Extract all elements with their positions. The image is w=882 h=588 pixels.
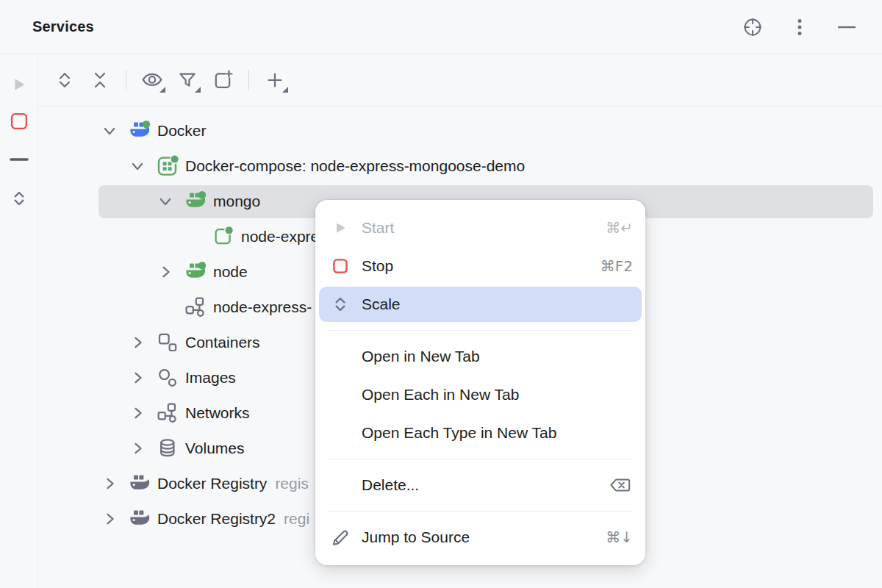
pencil-icon <box>329 526 351 548</box>
more-options-button[interactable] <box>785 12 814 42</box>
toolwindow-header: Services <box>0 0 882 54</box>
menu-icon-spacer <box>329 474 351 496</box>
expand-all-button[interactable] <box>50 65 79 95</box>
tree-label: Containers <box>185 334 260 351</box>
toolbar-separator <box>126 70 126 90</box>
tree-label: node-express- <box>213 298 312 316</box>
docker-whale-icon <box>128 507 151 531</box>
menu-item-label: Open in New Tab <box>362 348 633 365</box>
chevron-down-icon[interactable] <box>154 190 176 212</box>
docker-whale-icon <box>184 260 207 284</box>
menu-item-open-each-type-new-tab[interactable]: Open Each Type in New Tab <box>319 415 642 451</box>
chevron-right-icon[interactable] <box>98 508 121 530</box>
images-icon <box>156 366 179 390</box>
toolbar-separator <box>248 70 249 90</box>
menu-shortcut: ⌘F2 <box>600 257 633 275</box>
network-icon <box>156 401 179 425</box>
menu-separator <box>328 511 633 512</box>
context-menu: Start⌘↵Stop⌘F2ScaleOpen in New TabOpen E… <box>315 200 645 565</box>
chevron-right-icon[interactable] <box>126 437 148 459</box>
hide-toolwindow-button[interactable] <box>832 12 861 42</box>
menu-item-start[interactable]: Start⌘↵ <box>319 210 642 245</box>
chevron-right-icon[interactable] <box>126 402 148 424</box>
menu-item-label: Scale <box>362 295 633 313</box>
volumes-icon <box>156 437 179 460</box>
collapse-all-icon <box>87 68 112 93</box>
menu-shortcut: ⌘↓ <box>606 528 633 546</box>
stop-icon <box>329 255 351 277</box>
minimize-icon <box>836 16 858 38</box>
menu-item-open-in-new-tab[interactable]: Open in New Tab <box>319 339 642 374</box>
services-toolbar <box>38 54 882 107</box>
dropdown-corner-icon <box>282 87 288 93</box>
tree-label: Docker Registry2 <box>157 510 276 528</box>
network-icon <box>184 295 207 319</box>
menu-item-jump-to-source[interactable]: Jump to Source⌘↓ <box>319 520 642 555</box>
menu-item-label: Jump to Source <box>362 528 591 546</box>
page-title: Services <box>32 18 94 35</box>
scale-icon <box>8 187 30 209</box>
docker-whale-icon <box>184 190 207 213</box>
docker-whale-icon <box>128 119 151 143</box>
menu-item-stop[interactable]: Stop⌘F2 <box>319 248 642 284</box>
tree-label: mongo <box>213 193 260 210</box>
toolbar-dash <box>4 145 34 174</box>
open-in-new-tab-button[interactable] <box>208 65 237 95</box>
toolwindow-header-actions <box>738 0 861 54</box>
chevron-right-icon[interactable] <box>126 367 148 389</box>
scale-service-button[interactable] <box>4 184 34 213</box>
dropdown-corner-icon <box>159 87 165 93</box>
tree-label: Docker <box>157 122 207 140</box>
menu-icon-spacer <box>329 345 351 368</box>
menu-item-label: Delete... <box>362 476 608 494</box>
play-icon <box>329 217 351 239</box>
tree-label: node-expres <box>241 228 327 245</box>
tree-secondary-label: regis <box>275 475 309 492</box>
tree-label: Networks <box>185 404 250 422</box>
stop-service-button[interactable] <box>4 107 34 136</box>
menu-item-delete[interactable]: Delete... <box>319 467 642 503</box>
new-tab-icon <box>210 68 235 93</box>
twisty-spacer <box>182 226 204 248</box>
add-service-button[interactable] <box>260 65 290 95</box>
twisty-spacer <box>154 296 176 318</box>
delete-key-icon <box>608 474 633 496</box>
menu-item-label: Start <box>362 219 591 237</box>
view-options-button[interactable] <box>137 65 167 95</box>
menu-item-scale[interactable]: Scale <box>319 287 642 322</box>
chevron-right-icon[interactable] <box>126 331 148 354</box>
dash-icon <box>8 148 30 171</box>
tree-label: Images <box>185 369 236 387</box>
tree-label: Docker Registry <box>157 475 267 492</box>
tree-label: node <box>213 263 248 281</box>
container-icon <box>212 225 235 248</box>
tree-row-docker-compose[interactable]: Docker-compose: node-express-mongoose-de… <box>38 148 882 184</box>
scale-icon <box>329 293 351 315</box>
run-service-button[interactable] <box>4 70 34 99</box>
dropdown-corner-icon <box>195 87 201 93</box>
menu-item-label: Open Each Type in New Tab <box>362 424 633 442</box>
menu-shortcut: ⌘↵ <box>606 219 633 237</box>
menu-item-open-each-in-new-tab[interactable]: Open Each in New Tab <box>319 377 642 412</box>
tree-row-docker[interactable]: Docker <box>38 113 882 148</box>
containers-icon <box>156 331 179 354</box>
menu-item-label: Stop <box>362 257 586 275</box>
tree-secondary-label: regi <box>284 510 309 528</box>
locate-target-button[interactable] <box>738 12 767 42</box>
filter-button[interactable] <box>173 65 202 95</box>
menu-separator <box>328 330 633 331</box>
collapse-all-button[interactable] <box>85 65 115 95</box>
chevron-down-icon[interactable] <box>98 120 121 142</box>
menu-item-label: Open Each in New Tab <box>362 386 633 404</box>
stop-icon <box>8 110 30 132</box>
play-icon <box>8 74 30 96</box>
target-icon <box>742 16 764 38</box>
kebab-icon <box>789 16 811 38</box>
chevron-right-icon[interactable] <box>98 473 121 495</box>
tree-label: Volumes <box>185 440 245 457</box>
chevron-down-icon[interactable] <box>126 155 148 177</box>
menu-icon-spacer <box>329 422 351 444</box>
tree-label: Docker-compose: node-express-mongoose-de… <box>185 157 525 175</box>
docker-whale-icon <box>128 472 151 495</box>
chevron-right-icon[interactable] <box>154 261 176 283</box>
